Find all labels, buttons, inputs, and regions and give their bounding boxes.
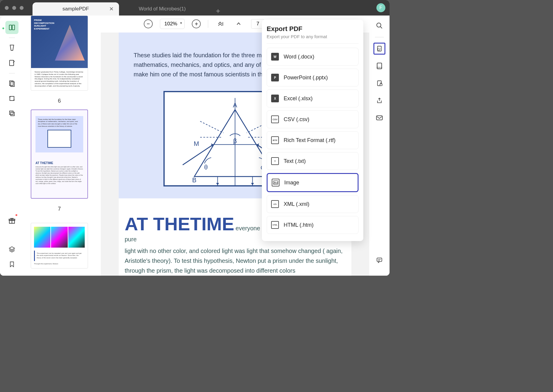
note-icon (8, 59, 16, 67)
svg-point-33 (377, 23, 381, 27)
thumb-7-label: 7 (58, 206, 61, 212)
titlebar: samplePDF ✕ World of Microbes(1) ＋ F (0, 0, 390, 16)
batch-tool[interactable] (5, 107, 18, 120)
export-csv[interactable]: CSV CSV (.csv) (267, 110, 359, 128)
export-word[interactable]: W Word (.docx) (267, 48, 359, 66)
pdfa-icon: PDF/A (376, 62, 383, 70)
svg-line-34 (380, 27, 382, 28)
svg-rect-41 (377, 258, 382, 262)
svg-rect-5 (10, 96, 14, 101)
rtf-icon: RTF (271, 136, 279, 144)
page-heading: AT THETIME (125, 214, 234, 234)
tab-label: samplePDF (63, 6, 89, 12)
export-txt[interactable]: T Text (.txt) (267, 152, 359, 170)
first-page-button[interactable] (215, 18, 226, 29)
svg-rect-7 (11, 112, 14, 116)
export-xml[interactable]: </> XML (.xml) (267, 195, 359, 213)
close-tab-icon[interactable]: ✕ (109, 6, 114, 12)
svg-marker-24 (251, 183, 254, 185)
thumb-6-label: 6 (58, 98, 61, 104)
svg-line-11 (200, 121, 223, 133)
search-button[interactable] (373, 20, 385, 32)
zoom-select[interactable]: 102% (160, 19, 185, 29)
export-pdf-button[interactable] (373, 43, 385, 55)
thumb-7-heading: AT THETIME (35, 161, 83, 165)
layers-tool[interactable] (5, 243, 18, 256)
crop-tool[interactable] (5, 92, 18, 105)
comments-button[interactable] (373, 254, 385, 266)
page-body-rest: light with no other color, and colored l… (125, 246, 345, 276)
user-avatar[interactable]: F (376, 3, 385, 12)
export-csv-label: CSV (.csv) (284, 116, 309, 123)
avatar-initial: F (379, 5, 382, 10)
svg-text:A: A (233, 101, 237, 109)
powerpoint-icon: P (271, 74, 279, 81)
export-file-icon (376, 45, 383, 52)
share-button[interactable] (373, 95, 385, 107)
lock-file-icon (376, 80, 383, 87)
close-window-button[interactable] (5, 6, 9, 10)
gift-tool[interactable] (5, 214, 18, 227)
window-controls (5, 6, 24, 10)
export-txt-label: Text (.txt) (284, 158, 306, 164)
export-format-list: W Word (.docx) P PowerPoint (.pptx) X Ex… (267, 48, 359, 234)
page-thumbnail-7[interactable]: These studies laid the foundation for th… (31, 109, 88, 199)
svg-marker-21 (216, 183, 219, 185)
export-excel[interactable]: X Excel (.xlsx) (267, 89, 359, 107)
comment-icon (376, 257, 383, 263)
thumb-6-title: PRISM DECOMPOSITION SUNLIGHT EXPERIMENT (34, 19, 61, 30)
export-html[interactable]: HTML HTML (.htm) (267, 216, 359, 234)
svg-rect-6 (10, 111, 13, 115)
layers-icon (8, 246, 16, 253)
protect-button[interactable] (373, 77, 385, 89)
new-tab-button[interactable]: ＋ (214, 6, 222, 16)
thumb-7-band: These studies laid the foundation for th… (38, 118, 81, 128)
search-icon (376, 22, 383, 29)
image-icon (272, 179, 279, 186)
export-rtf-label: Rich Text Format (.rtf) (284, 137, 336, 143)
export-word-label: Word (.docx) (284, 54, 314, 60)
svg-rect-39 (380, 84, 382, 86)
csv-icon: CSV (271, 115, 279, 123)
prev-page-button[interactable] (233, 18, 244, 29)
page-thumbnail-8[interactable]: This experiment can be repeated over and… (31, 223, 88, 268)
svg-rect-40 (376, 116, 382, 120)
stack-icon (8, 110, 16, 117)
maximize-window-button[interactable] (20, 6, 24, 10)
thumb-6-caption: Newton graduated from Trinity College, C… (31, 68, 88, 90)
export-powerpoint[interactable]: P PowerPoint (.pptx) (267, 69, 359, 87)
svg-rect-1 (12, 25, 15, 30)
export-title: Export PDF (267, 25, 359, 33)
left-toolbar (0, 16, 24, 276)
highlighter-icon (8, 44, 16, 52)
svg-rect-2 (10, 60, 14, 66)
html-icon: HTML (271, 221, 279, 229)
export-subtitle: Export your PDF to any format (267, 34, 359, 44)
minimize-window-button[interactable] (12, 6, 16, 10)
page-thumbnail-6[interactable]: PRISM DECOMPOSITION SUNLIGHT EXPERIMENT … (31, 16, 88, 91)
zoom-in-button[interactable]: + (192, 19, 201, 28)
export-image[interactable]: Image (267, 173, 359, 192)
crop-icon (8, 95, 16, 102)
thumbnail-panel: PRISM DECOMPOSITION SUNLIGHT EXPERIMENT … (24, 16, 101, 276)
mail-button[interactable] (373, 112, 385, 124)
zoom-out-button[interactable]: − (144, 19, 153, 28)
export-rtf[interactable]: RTF Rich Text Format (.rtf) (267, 131, 359, 149)
export-html-label: HTML (.htm) (284, 222, 313, 228)
thumbnails-tool[interactable] (5, 21, 18, 34)
tab-world-of-microbes[interactable]: World of Microbes(1) (119, 2, 206, 16)
thumb-8-text2: Through this experiment, Newton (34, 263, 85, 265)
bookmark-icon (9, 261, 15, 268)
right-toolbar: PDF/A (369, 16, 390, 276)
note-tool[interactable] (5, 56, 18, 70)
pdfa-button[interactable]: PDF/A (373, 60, 385, 72)
bookmark-tool[interactable] (5, 258, 18, 271)
pages-tool[interactable] (5, 77, 18, 90)
book-icon (8, 24, 16, 31)
export-image-label: Image (284, 180, 299, 186)
excel-icon: X (271, 95, 279, 102)
tab-samplepdf[interactable]: samplePDF ✕ (33, 2, 119, 16)
chevron-up-icon (236, 21, 241, 27)
highlighter-tool[interactable] (5, 41, 18, 55)
document-tabs: samplePDF ✕ World of Microbes(1) ＋ (33, 0, 390, 16)
